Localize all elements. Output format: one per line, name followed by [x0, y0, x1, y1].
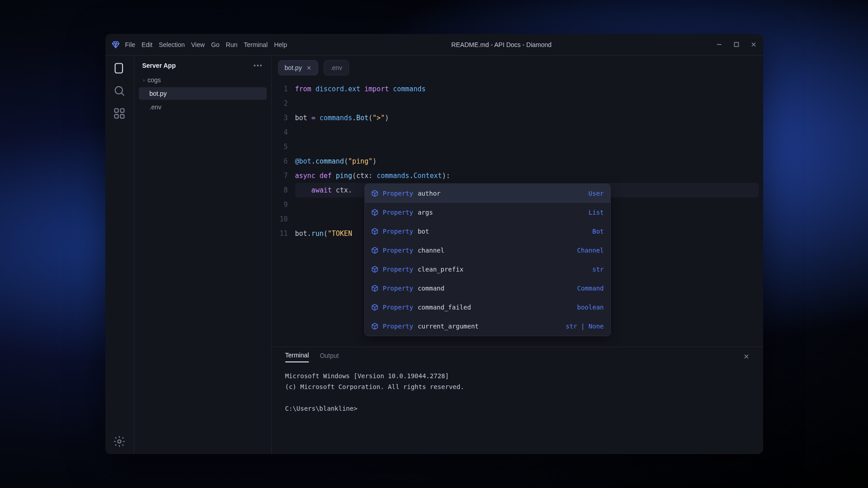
explorer-icon[interactable] — [113, 62, 126, 75]
completion-name: command_failed — [418, 300, 573, 314]
tab-label: .env — [330, 64, 342, 71]
completion-kind: Property — [383, 224, 413, 239]
titlebar: FileEditSelectionViewGoRunTerminalHelp R… — [105, 34, 763, 56]
completion-kind: Property — [383, 262, 413, 277]
tree-item-label: cogs — [147, 76, 161, 84]
completion-channel[interactable]: PropertychannelChannel — [365, 241, 610, 260]
autocomplete-popup[interactable]: PropertyauthorUserPropertyargsListProper… — [364, 183, 611, 336]
code-line-2[interactable] — [295, 96, 763, 111]
completion-name: author — [418, 186, 584, 201]
svg-rect-1 — [734, 42, 738, 47]
menu-terminal[interactable]: Terminal — [244, 41, 268, 48]
window-body: Server App ••• ›cogsbot.py.env bot.py✕.e… — [105, 56, 763, 454]
panel-tab-terminal[interactable]: Terminal — [285, 352, 309, 362]
tree-item--env[interactable]: .env — [139, 101, 267, 113]
menu-go[interactable]: Go — [211, 41, 220, 48]
completion-type: str | None — [566, 319, 604, 333]
code-line-6[interactable]: @bot.command("ping") — [295, 154, 763, 169]
menu-selection[interactable]: Selection — [159, 41, 185, 48]
completion-name: command — [418, 281, 573, 296]
svg-line-6 — [122, 93, 124, 96]
menu-bar: FileEditSelectionViewGoRunTerminalHelp — [125, 41, 287, 48]
completion-name: clean_prefix — [418, 262, 588, 277]
svg-rect-10 — [120, 114, 124, 118]
completion-name: bot — [418, 224, 588, 239]
menu-file[interactable]: File — [125, 41, 136, 48]
property-icon — [371, 190, 378, 197]
completion-command[interactable]: PropertycommandCommand — [365, 279, 610, 298]
completion-kind: Property — [383, 281, 413, 296]
tree-item-cogs[interactable]: ›cogs — [139, 74, 267, 86]
completion-command_failed[interactable]: Propertycommand_failedboolean — [365, 298, 610, 317]
tab-label: bot.py — [285, 64, 302, 71]
property-icon — [371, 266, 378, 273]
completion-clean_prefix[interactable]: Propertyclean_prefixstr — [365, 260, 610, 279]
svg-rect-9 — [115, 114, 118, 118]
panel-close-icon[interactable] — [743, 353, 750, 361]
completion-kind: Property — [383, 243, 413, 258]
svg-rect-4 — [115, 64, 123, 73]
minimize-button[interactable] — [716, 41, 722, 48]
panel-tabs: TerminalOutput — [272, 347, 763, 362]
property-icon — [371, 285, 378, 292]
completion-type: List — [589, 205, 604, 220]
editor-tabs: bot.py✕.env — [272, 56, 763, 75]
app-logo-icon — [112, 41, 120, 49]
completion-kind: Property — [383, 319, 413, 333]
menu-run[interactable]: Run — [226, 41, 238, 48]
completion-args[interactable]: PropertyargsList — [365, 203, 610, 222]
window-title: README.md - API Docs - Diamond — [287, 41, 716, 48]
completion-kind: Property — [383, 186, 413, 201]
settings-icon[interactable] — [113, 435, 126, 448]
code-line-3[interactable]: bot = commands.Bot(">") — [295, 111, 763, 125]
menu-view[interactable]: View — [191, 41, 205, 48]
tab-close-icon[interactable]: ✕ — [307, 65, 311, 71]
completion-bot[interactable]: PropertybotBot — [365, 222, 610, 241]
completion-author[interactable]: PropertyauthorUser — [365, 184, 610, 203]
tab--env[interactable]: .env — [324, 60, 349, 75]
window-controls — [716, 41, 757, 48]
completion-name: args — [418, 205, 584, 220]
code-line-5[interactable] — [295, 140, 763, 154]
property-icon — [371, 228, 378, 235]
activity-bar — [105, 56, 134, 454]
completion-kind: Property — [383, 205, 413, 220]
app-window: FileEditSelectionViewGoRunTerminalHelp R… — [105, 34, 763, 454]
completion-type: Bot — [592, 224, 604, 239]
completion-type: str — [592, 262, 604, 277]
maximize-button[interactable] — [733, 41, 740, 48]
close-button[interactable] — [750, 41, 757, 48]
completion-name: channel — [418, 243, 573, 258]
code-line-1[interactable]: from discord.ext import commands — [295, 82, 763, 96]
search-icon[interactable] — [113, 84, 126, 97]
code-content[interactable]: from discord.ext import commandsbot = co… — [295, 82, 763, 347]
completion-kind: Property — [383, 300, 413, 314]
completion-type: Command — [577, 281, 604, 296]
code-editor[interactable]: 1234567891011 from discord.ext import co… — [272, 75, 763, 347]
property-icon — [371, 209, 378, 216]
property-icon — [371, 304, 378, 311]
panel-tab-output[interactable]: Output — [320, 352, 339, 362]
menu-edit[interactable]: Edit — [142, 41, 152, 48]
project-title: Server App — [142, 62, 176, 69]
completion-name: current_argument — [418, 319, 561, 333]
svg-rect-8 — [120, 109, 124, 113]
tab-bot-py[interactable]: bot.py✕ — [278, 60, 318, 75]
tree-item-bot-py[interactable]: bot.py — [139, 87, 267, 100]
extensions-icon[interactable] — [113, 107, 126, 120]
line-gutter: 1234567891011 — [272, 82, 295, 347]
tree-item-label: .env — [150, 103, 161, 111]
menu-help[interactable]: Help — [274, 41, 287, 48]
code-line-4[interactable] — [295, 125, 763, 140]
terminal-output[interactable]: Microsoft Windows [Version 10.0.19044.27… — [272, 362, 763, 454]
more-icon[interactable]: ••• — [254, 62, 263, 69]
svg-point-5 — [115, 87, 123, 94]
svg-point-11 — [118, 440, 121, 443]
code-line-7[interactable]: async def ping(ctx: commands.Context): — [295, 169, 763, 183]
completion-current_argument[interactable]: Propertycurrent_argumentstr | None — [365, 317, 610, 336]
property-icon — [371, 323, 378, 330]
tree-item-label: bot.py — [150, 90, 167, 97]
chevron-right-icon: › — [143, 77, 145, 83]
completion-type: User — [589, 186, 604, 201]
editor-area: bot.py✕.env 1234567891011 from discord.e… — [272, 56, 763, 454]
